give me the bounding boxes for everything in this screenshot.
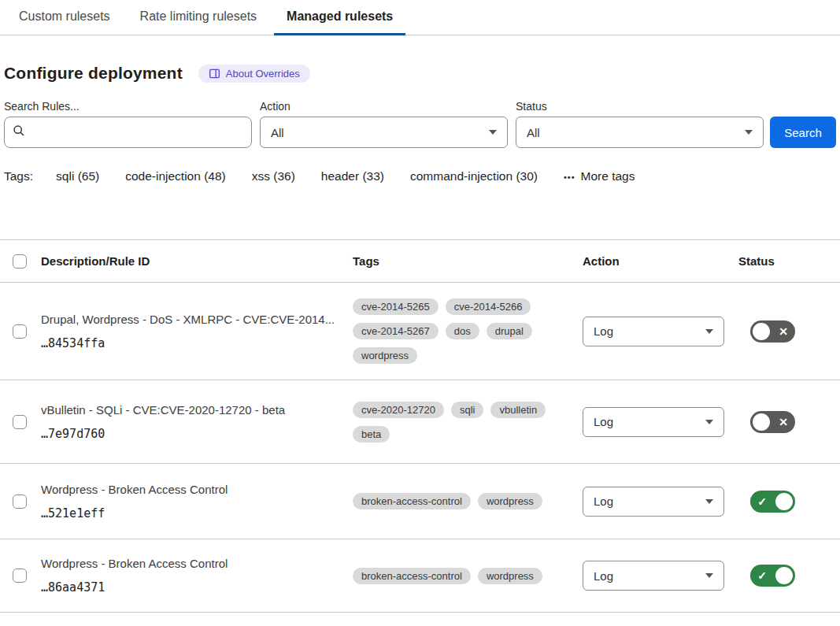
rule-action-value: Log — [594, 495, 613, 508]
tag-pill: cve-2014-5265 — [353, 298, 439, 315]
action-filter-value: All — [271, 126, 284, 139]
chevron-down-icon — [745, 130, 753, 135]
search-input-wrapper — [4, 117, 252, 148]
page-title: Configure deployment — [4, 64, 183, 83]
rule-id: …86aa4371 — [41, 580, 339, 595]
action-filter-select[interactable]: All — [260, 117, 508, 148]
chevron-down-icon — [705, 420, 713, 424]
select-all-checkbox[interactable] — [13, 254, 27, 269]
status-filter-value: All — [527, 126, 540, 139]
tag-pill: dos — [446, 323, 479, 339]
page-header: Configure deployment About Overrides — [4, 64, 836, 83]
status-filter-label: Status — [516, 100, 772, 113]
table-row: Drupal, Wordpress - DoS - XMLRPC - CVE:C… — [0, 282, 840, 380]
toggle-knob — [753, 323, 770, 340]
tag-pill: cve-2014-5267 — [353, 323, 439, 339]
rules-table: Description/Rule ID Tags Action Status D… — [0, 239, 840, 613]
tag-link-code-injection[interactable]: code-injection (48) — [125, 169, 226, 183]
tags-bar: Tags: sqli (65) code-injection (48) xss … — [4, 169, 836, 183]
rule-id: …84534ffa — [41, 336, 339, 350]
toggle-state-icon — [772, 411, 795, 433]
tag-pill: broken-access-control — [353, 493, 471, 509]
toggle-state-icon — [750, 565, 774, 587]
rule-action-select[interactable]: Log — [583, 317, 724, 346]
toggle-state-icon — [750, 491, 774, 513]
rule-description: vBulletin - SQLi - CVE:CVE-2020-12720 - … — [41, 403, 339, 417]
chevron-down-icon — [489, 130, 497, 135]
ellipsis-icon: ••• — [564, 172, 575, 182]
column-header-tags: Tags — [353, 254, 583, 268]
status-filter-select[interactable]: All — [516, 117, 764, 148]
row-checkbox[interactable] — [13, 569, 27, 583]
rule-action-value: Log — [594, 324, 613, 338]
book-icon — [209, 68, 220, 80]
row-checkbox[interactable] — [13, 324, 27, 339]
table-row: vBulletin - SQLi - CVE:CVE-2020-12720 - … — [0, 380, 840, 463]
tag-pill: vbulletin — [490, 402, 546, 418]
table-header-row: Description/Rule ID Tags Action Status — [0, 239, 840, 282]
table-row: Wordpress - Broken Access Control …521e1… — [0, 463, 840, 539]
managed-rulesets-page: Custom rulesets Rate limiting rulesets M… — [0, 0, 840, 626]
row-checkbox[interactable] — [13, 495, 27, 509]
column-header-status: Status — [731, 254, 840, 268]
toggle-knob — [753, 413, 770, 431]
about-overrides-label: About Overrides — [226, 68, 300, 80]
tag-pill: cve-2014-5266 — [446, 298, 531, 315]
search-input[interactable] — [31, 126, 243, 139]
rule-id: …521e1eff — [41, 506, 339, 520]
toggle-state-icon — [772, 320, 795, 343]
column-header-action: Action — [583, 254, 731, 268]
filter-bar: Search Rules... Action All — [4, 100, 836, 148]
chevron-down-icon — [705, 329, 713, 334]
rule-description: Wordpress - Broken Access Control — [41, 557, 339, 570]
search-icon — [13, 124, 25, 140]
status-toggle[interactable] — [750, 320, 795, 343]
tags-label: Tags: — [4, 169, 33, 183]
status-toggle[interactable] — [750, 411, 795, 433]
tab-managed-rulesets[interactable]: Managed rulesets — [274, 0, 405, 35]
tab-rate-limiting-rulesets[interactable]: Rate limiting rulesets — [128, 0, 270, 35]
tag-pill: drupal — [487, 323, 532, 339]
tag-link-command-injection[interactable]: command-injection (30) — [410, 169, 538, 183]
search-button[interactable]: Search — [770, 117, 836, 148]
ruleset-tabbar: Custom rulesets Rate limiting rulesets M… — [0, 0, 840, 35]
tag-pill: wordpress — [478, 493, 542, 509]
rule-description: Drupal, Wordpress - DoS - XMLRPC - CVE:C… — [41, 313, 339, 326]
more-tags-button[interactable]: ••• More tags — [564, 169, 635, 183]
action-filter-label: Action — [260, 100, 516, 113]
tag-link-header[interactable]: header (33) — [321, 169, 384, 183]
rule-action-select[interactable]: Log — [583, 561, 724, 591]
rule-description: Wordpress - Broken Access Control — [41, 483, 339, 496]
chevron-down-icon — [705, 573, 713, 578]
status-toggle[interactable] — [750, 565, 795, 587]
tab-custom-rulesets[interactable]: Custom rulesets — [6, 0, 123, 35]
rule-action-select[interactable]: Log — [583, 487, 724, 517]
rule-id: …7e97d760 — [41, 427, 339, 441]
rule-action-value: Log — [594, 569, 613, 583]
tag-link-sqli[interactable]: sqli (65) — [56, 169, 99, 183]
more-tags-label: More tags — [581, 169, 635, 183]
toggle-knob — [775, 493, 793, 510]
tag-link-xss[interactable]: xss (36) — [252, 169, 295, 183]
tag-pill: wordpress — [478, 568, 542, 584]
tag-pill: beta — [353, 426, 390, 443]
tag-pill: broken-access-control — [353, 568, 471, 584]
row-checkbox[interactable] — [13, 415, 27, 429]
tag-pill: sqli — [451, 402, 484, 418]
about-overrides-badge[interactable]: About Overrides — [198, 65, 310, 83]
column-header-description: Description/Rule ID — [41, 254, 353, 268]
rule-action-value: Log — [594, 415, 613, 428]
search-rules-label: Search Rules... — [4, 100, 252, 113]
status-toggle[interactable] — [750, 491, 795, 513]
table-row: Wordpress - Broken Access Control …86aa4… — [0, 539, 840, 613]
tag-pill: wordpress — [353, 347, 417, 364]
chevron-down-icon — [705, 499, 713, 504]
tag-pill: cve-2020-12720 — [353, 402, 444, 418]
toggle-knob — [775, 567, 793, 584]
rule-action-select[interactable]: Log — [583, 407, 724, 437]
